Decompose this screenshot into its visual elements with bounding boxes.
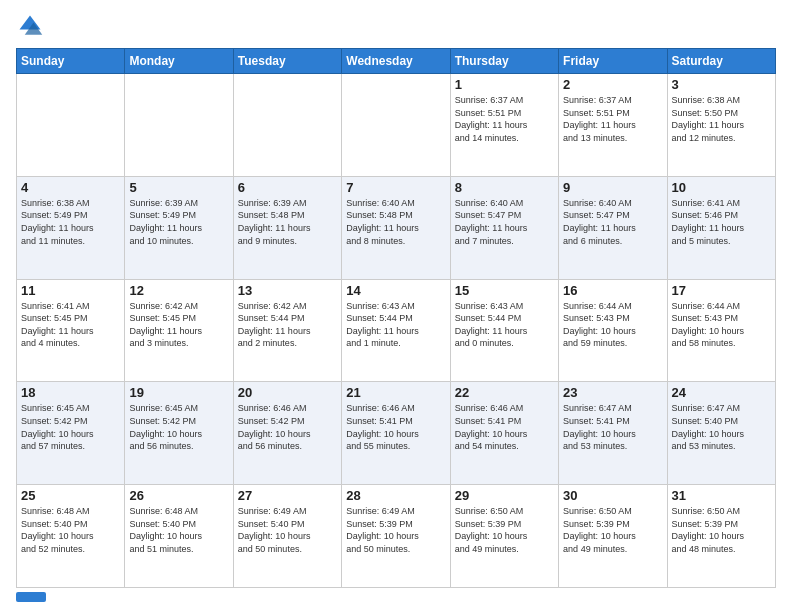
day-info: Sunrise: 6:39 AM Sunset: 5:48 PM Dayligh… <box>238 197 337 247</box>
calendar-cell <box>125 74 233 177</box>
week-row-2: 4Sunrise: 6:38 AM Sunset: 5:49 PM Daylig… <box>17 176 776 279</box>
day-number: 17 <box>672 283 771 298</box>
day-info: Sunrise: 6:42 AM Sunset: 5:44 PM Dayligh… <box>238 300 337 350</box>
calendar-cell: 28Sunrise: 6:49 AM Sunset: 5:39 PM Dayli… <box>342 485 450 588</box>
calendar-cell <box>233 74 341 177</box>
day-info: Sunrise: 6:37 AM Sunset: 5:51 PM Dayligh… <box>563 94 662 144</box>
calendar-cell: 26Sunrise: 6:48 AM Sunset: 5:40 PM Dayli… <box>125 485 233 588</box>
calendar-cell: 5Sunrise: 6:39 AM Sunset: 5:49 PM Daylig… <box>125 176 233 279</box>
calendar-cell: 15Sunrise: 6:43 AM Sunset: 5:44 PM Dayli… <box>450 279 558 382</box>
day-number: 24 <box>672 385 771 400</box>
calendar-cell: 27Sunrise: 6:49 AM Sunset: 5:40 PM Dayli… <box>233 485 341 588</box>
week-row-4: 18Sunrise: 6:45 AM Sunset: 5:42 PM Dayli… <box>17 382 776 485</box>
day-info: Sunrise: 6:47 AM Sunset: 5:40 PM Dayligh… <box>672 402 771 452</box>
page: SundayMondayTuesdayWednesdayThursdayFrid… <box>0 0 792 612</box>
calendar-cell: 19Sunrise: 6:45 AM Sunset: 5:42 PM Dayli… <box>125 382 233 485</box>
day-number: 29 <box>455 488 554 503</box>
day-info: Sunrise: 6:50 AM Sunset: 5:39 PM Dayligh… <box>563 505 662 555</box>
day-info: Sunrise: 6:46 AM Sunset: 5:42 PM Dayligh… <box>238 402 337 452</box>
day-number: 9 <box>563 180 662 195</box>
calendar-cell: 16Sunrise: 6:44 AM Sunset: 5:43 PM Dayli… <box>559 279 667 382</box>
day-number: 6 <box>238 180 337 195</box>
day-info: Sunrise: 6:48 AM Sunset: 5:40 PM Dayligh… <box>21 505 120 555</box>
weekday-header-monday: Monday <box>125 49 233 74</box>
day-number: 28 <box>346 488 445 503</box>
day-number: 8 <box>455 180 554 195</box>
weekday-header-tuesday: Tuesday <box>233 49 341 74</box>
day-number: 30 <box>563 488 662 503</box>
calendar-cell: 24Sunrise: 6:47 AM Sunset: 5:40 PM Dayli… <box>667 382 775 485</box>
day-info: Sunrise: 6:37 AM Sunset: 5:51 PM Dayligh… <box>455 94 554 144</box>
day-info: Sunrise: 6:43 AM Sunset: 5:44 PM Dayligh… <box>346 300 445 350</box>
calendar-cell: 14Sunrise: 6:43 AM Sunset: 5:44 PM Dayli… <box>342 279 450 382</box>
day-number: 5 <box>129 180 228 195</box>
day-info: Sunrise: 6:44 AM Sunset: 5:43 PM Dayligh… <box>672 300 771 350</box>
calendar-cell <box>342 74 450 177</box>
day-number: 2 <box>563 77 662 92</box>
day-info: Sunrise: 6:50 AM Sunset: 5:39 PM Dayligh… <box>672 505 771 555</box>
day-number: 22 <box>455 385 554 400</box>
week-row-5: 25Sunrise: 6:48 AM Sunset: 5:40 PM Dayli… <box>17 485 776 588</box>
day-number: 13 <box>238 283 337 298</box>
weekday-header-row: SundayMondayTuesdayWednesdayThursdayFrid… <box>17 49 776 74</box>
calendar-cell: 17Sunrise: 6:44 AM Sunset: 5:43 PM Dayli… <box>667 279 775 382</box>
day-info: Sunrise: 6:39 AM Sunset: 5:49 PM Dayligh… <box>129 197 228 247</box>
weekday-header-thursday: Thursday <box>450 49 558 74</box>
day-info: Sunrise: 6:49 AM Sunset: 5:40 PM Dayligh… <box>238 505 337 555</box>
weekday-header-saturday: Saturday <box>667 49 775 74</box>
calendar-cell: 31Sunrise: 6:50 AM Sunset: 5:39 PM Dayli… <box>667 485 775 588</box>
calendar-cell: 13Sunrise: 6:42 AM Sunset: 5:44 PM Dayli… <box>233 279 341 382</box>
calendar-cell: 23Sunrise: 6:47 AM Sunset: 5:41 PM Dayli… <box>559 382 667 485</box>
day-info: Sunrise: 6:44 AM Sunset: 5:43 PM Dayligh… <box>563 300 662 350</box>
calendar-cell: 3Sunrise: 6:38 AM Sunset: 5:50 PM Daylig… <box>667 74 775 177</box>
day-info: Sunrise: 6:46 AM Sunset: 5:41 PM Dayligh… <box>346 402 445 452</box>
calendar-cell: 30Sunrise: 6:50 AM Sunset: 5:39 PM Dayli… <box>559 485 667 588</box>
day-info: Sunrise: 6:41 AM Sunset: 5:45 PM Dayligh… <box>21 300 120 350</box>
calendar-cell: 11Sunrise: 6:41 AM Sunset: 5:45 PM Dayli… <box>17 279 125 382</box>
day-number: 26 <box>129 488 228 503</box>
day-number: 10 <box>672 180 771 195</box>
day-number: 14 <box>346 283 445 298</box>
calendar-cell: 6Sunrise: 6:39 AM Sunset: 5:48 PM Daylig… <box>233 176 341 279</box>
day-info: Sunrise: 6:50 AM Sunset: 5:39 PM Dayligh… <box>455 505 554 555</box>
day-info: Sunrise: 6:45 AM Sunset: 5:42 PM Dayligh… <box>129 402 228 452</box>
header <box>16 12 776 40</box>
day-info: Sunrise: 6:41 AM Sunset: 5:46 PM Dayligh… <box>672 197 771 247</box>
day-number: 7 <box>346 180 445 195</box>
calendar-cell: 8Sunrise: 6:40 AM Sunset: 5:47 PM Daylig… <box>450 176 558 279</box>
day-number: 27 <box>238 488 337 503</box>
footer <box>16 592 776 602</box>
weekday-header-sunday: Sunday <box>17 49 125 74</box>
day-number: 23 <box>563 385 662 400</box>
logo <box>16 12 48 40</box>
day-info: Sunrise: 6:40 AM Sunset: 5:48 PM Dayligh… <box>346 197 445 247</box>
day-number: 1 <box>455 77 554 92</box>
day-info: Sunrise: 6:47 AM Sunset: 5:41 PM Dayligh… <box>563 402 662 452</box>
day-number: 21 <box>346 385 445 400</box>
day-number: 25 <box>21 488 120 503</box>
calendar-cell: 22Sunrise: 6:46 AM Sunset: 5:41 PM Dayli… <box>450 382 558 485</box>
day-info: Sunrise: 6:40 AM Sunset: 5:47 PM Dayligh… <box>563 197 662 247</box>
day-number: 12 <box>129 283 228 298</box>
daylight-bar <box>16 592 46 602</box>
day-info: Sunrise: 6:49 AM Sunset: 5:39 PM Dayligh… <box>346 505 445 555</box>
day-info: Sunrise: 6:48 AM Sunset: 5:40 PM Dayligh… <box>129 505 228 555</box>
calendar-cell <box>17 74 125 177</box>
day-number: 16 <box>563 283 662 298</box>
calendar-table: SundayMondayTuesdayWednesdayThursdayFrid… <box>16 48 776 588</box>
day-info: Sunrise: 6:42 AM Sunset: 5:45 PM Dayligh… <box>129 300 228 350</box>
day-number: 3 <box>672 77 771 92</box>
day-number: 4 <box>21 180 120 195</box>
day-number: 15 <box>455 283 554 298</box>
week-row-3: 11Sunrise: 6:41 AM Sunset: 5:45 PM Dayli… <box>17 279 776 382</box>
day-info: Sunrise: 6:40 AM Sunset: 5:47 PM Dayligh… <box>455 197 554 247</box>
calendar-cell: 12Sunrise: 6:42 AM Sunset: 5:45 PM Dayli… <box>125 279 233 382</box>
day-number: 31 <box>672 488 771 503</box>
day-number: 20 <box>238 385 337 400</box>
calendar-cell: 21Sunrise: 6:46 AM Sunset: 5:41 PM Dayli… <box>342 382 450 485</box>
day-info: Sunrise: 6:38 AM Sunset: 5:49 PM Dayligh… <box>21 197 120 247</box>
day-info: Sunrise: 6:43 AM Sunset: 5:44 PM Dayligh… <box>455 300 554 350</box>
day-number: 18 <box>21 385 120 400</box>
calendar-cell: 1Sunrise: 6:37 AM Sunset: 5:51 PM Daylig… <box>450 74 558 177</box>
calendar-cell: 18Sunrise: 6:45 AM Sunset: 5:42 PM Dayli… <box>17 382 125 485</box>
